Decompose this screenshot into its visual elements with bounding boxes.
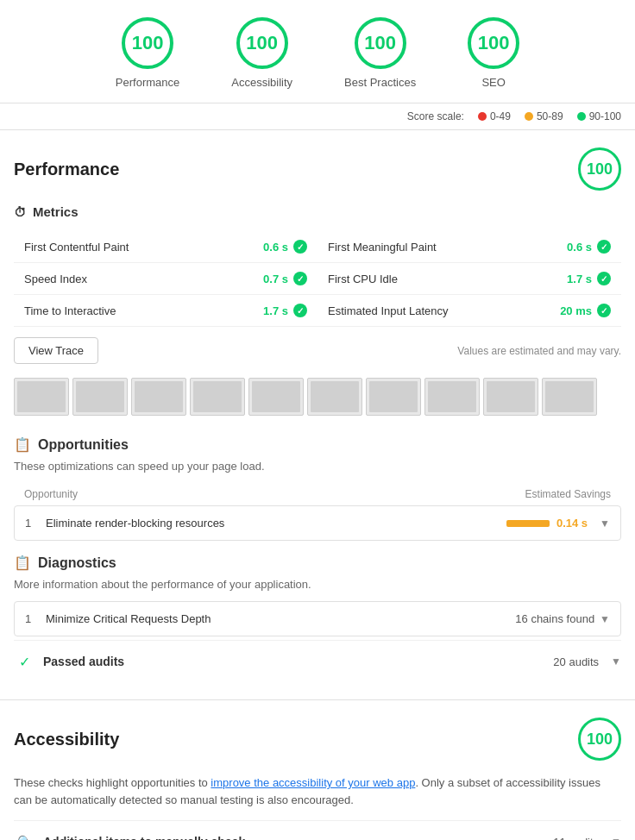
scale-item-green: 90-100: [577, 110, 621, 122]
chevron-down-icon: ▼: [600, 517, 610, 530]
metric-eil-value: 20 ms ✓: [560, 304, 611, 317]
scale-dot-orange: [525, 112, 533, 121]
opportunities-title: Opportunities: [38, 437, 129, 453]
opp-col-savings: Estimated Savings: [525, 488, 611, 500]
scale-item-red: 0-49: [478, 110, 511, 122]
film-frame-8: [424, 378, 480, 416]
film-frame-9: [483, 378, 538, 416]
film-frame-7: [366, 378, 421, 416]
opp-row-name: Eliminate render-blocking resources: [46, 517, 506, 530]
manual-check-label: Additional items to manually check: [43, 835, 553, 840]
diag-num: 1: [25, 612, 46, 625]
manual-check-count: 11 audits: [553, 836, 599, 841]
metric-tti-value: 1.7 s ✓: [263, 304, 307, 317]
timer-icon: ⏱: [14, 205, 26, 219]
metrics-grid: First Contentful Paint 0.6 s ✓ First Mea…: [14, 231, 621, 327]
passed-audits-performance[interactable]: ✓ Passed audits 20 audits ▼: [14, 640, 621, 682]
opp-savings: 0.14 s ▼: [506, 517, 610, 530]
scale-dot-red: [478, 112, 487, 121]
film-frame-1: [14, 378, 69, 416]
metric-si-check: ✓: [293, 272, 307, 285]
film-frame-6: [307, 378, 362, 416]
scale-dot-green: [577, 112, 586, 121]
score-label-performance: Performance: [116, 76, 179, 89]
manual-check-row[interactable]: 🔍 Additional items to manually check 11 …: [14, 820, 621, 840]
metric-fcp-value: 0.6 s ✓: [263, 240, 307, 254]
score-label-accessibility: Accessibility: [231, 76, 292, 89]
values-note: Values are estimated and may vary.: [457, 345, 621, 357]
metric-fmp-name: First Meaningful Paint: [328, 241, 437, 254]
film-frame-5: [248, 378, 304, 416]
search-icon: 🔍: [14, 831, 35, 840]
scale-item-orange: 50-89: [525, 110, 563, 122]
diag-row-1[interactable]: 1 Minimize Critical Requests Depth 16 ch…: [14, 601, 621, 636]
score-scale-label: Score scale:: [407, 110, 464, 122]
score-label-best-practices: Best Practices: [344, 76, 416, 89]
opportunities-desc: These optimizations can speed up your pa…: [14, 460, 621, 473]
savings-value: 0.14 s: [556, 517, 588, 530]
check-icon-passed: ✓: [14, 651, 35, 672]
performance-score-circle: 100: [578, 147, 621, 191]
film-frame-2: [72, 378, 128, 416]
score-circle-performance: 100: [122, 17, 173, 69]
metric-tti: Time to Interactive 1.7 s ✓: [14, 295, 318, 327]
metric-fci: First CPU Idle 1.7 s ✓: [318, 263, 621, 295]
film-frame-10: [542, 378, 597, 416]
film-frame-3: [131, 378, 186, 416]
score-scale: Score scale: 0-49 50-89 90-100: [0, 103, 635, 130]
filmstrip: [14, 374, 621, 423]
performance-title: Performance: [14, 160, 119, 179]
metric-fmp: First Meaningful Paint 0.6 s ✓: [318, 231, 621, 263]
opportunities-table: Opportunity Estimated Savings 1 Eliminat…: [14, 483, 621, 541]
accessibility-section: Accessibility 100 These checks highlight…: [0, 700, 635, 840]
score-header: 100 Performance 100 Accessibility 100 Be…: [0, 0, 635, 103]
passed-audits-label: Passed audits: [43, 655, 553, 668]
passed-audits-count: 20 audits: [553, 655, 599, 668]
accessibility-link[interactable]: improve the accessibility of your web ap…: [211, 776, 415, 789]
metric-si-name: Speed Index: [24, 273, 87, 285]
opp-row-1[interactable]: 1 Eliminate render-blocking resources 0.…: [14, 505, 621, 541]
score-item-best-practices: 100 Best Practices: [344, 17, 416, 89]
diagnostics-icon: 📋: [14, 555, 31, 571]
metric-si-value: 0.7 s ✓: [263, 272, 307, 285]
metric-tti-check: ✓: [293, 304, 307, 317]
score-item-performance: 100 Performance: [116, 17, 179, 89]
opp-col-opportunity: Opportunity: [24, 488, 78, 500]
score-item-seo: 100 SEO: [468, 17, 519, 89]
accessibility-title: Accessibility: [14, 730, 119, 749]
chevron-down-icon-passed: ▼: [611, 655, 621, 668]
metric-fcp-check: ✓: [293, 240, 307, 254]
score-circle-best-practices: 100: [355, 17, 406, 69]
score-label-seo: SEO: [481, 76, 505, 89]
opportunities-subsection: 📋 Opportunities These optimizations can …: [14, 436, 621, 541]
score-circle-seo: 100: [468, 17, 519, 69]
diagnostics-title: Diagnostics: [38, 555, 116, 571]
performance-section: Performance 100 ⏱ Metrics First Contentf…: [0, 130, 635, 700]
score-item-accessibility: 100 Accessibility: [231, 17, 292, 89]
film-frame-4: [190, 378, 245, 416]
metric-tti-name: Time to Interactive: [24, 304, 116, 317]
diag-name: Minimize Critical Requests Depth: [46, 612, 515, 625]
metric-eil-check: ✓: [597, 304, 611, 317]
view-trace-button[interactable]: View Trace: [14, 337, 98, 364]
metric-fci-name: First CPU Idle: [328, 273, 398, 285]
metric-fci-value: 1.7 s ✓: [567, 272, 611, 285]
metric-fmp-value: 0.6 s ✓: [567, 240, 611, 254]
chevron-down-icon-diag: ▼: [600, 613, 610, 625]
metric-si: Speed Index 0.7 s ✓: [14, 263, 318, 295]
view-trace-row: View Trace Values are estimated and may …: [14, 327, 621, 374]
metric-fci-check: ✓: [597, 272, 611, 285]
opportunities-icon: 📋: [14, 436, 31, 453]
savings-bar: [506, 520, 550, 527]
metric-eil-name: Estimated Input Latency: [328, 304, 448, 317]
metric-fcp: First Contentful Paint 0.6 s ✓: [14, 231, 318, 263]
metrics-heading: Metrics: [33, 204, 79, 219]
accessibility-desc: These checks highlight opportunities to …: [14, 774, 621, 808]
diagnostics-desc: More information about the performance o…: [14, 578, 621, 591]
metric-eil: Estimated Input Latency 20 ms ✓: [318, 295, 621, 327]
diag-info: 16 chains found: [515, 612, 594, 625]
diagnostics-subsection: 📋 Diagnostics More information about the…: [14, 555, 621, 636]
metric-fcp-name: First Contentful Paint: [24, 241, 129, 254]
opp-header-row: Opportunity Estimated Savings: [14, 483, 621, 505]
chevron-down-icon-manual: ▼: [611, 836, 621, 840]
